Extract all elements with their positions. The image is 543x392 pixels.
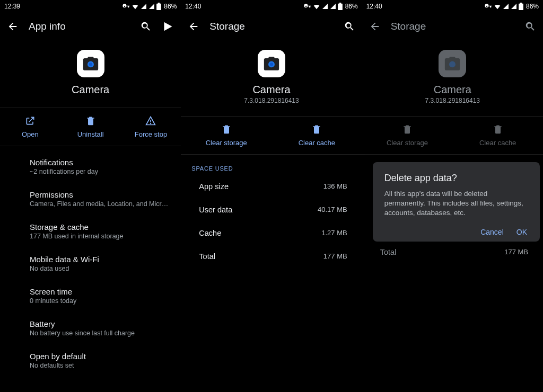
list-item-data-wifi[interactable]: Mobile data & Wi-Fi No data used	[0, 247, 181, 280]
battery-percent: 86%	[164, 3, 177, 10]
trash-icon	[221, 124, 232, 135]
trash-icon	[402, 124, 413, 135]
item-title: Mobile data & Wi-Fi	[30, 255, 170, 264]
clear-storage-button[interactable]: Clear storage	[181, 117, 272, 154]
battery-icon	[519, 3, 523, 10]
trash-icon	[311, 124, 322, 135]
panel-app-info: 12:39 86% App info Camera Open	[0, 0, 181, 392]
row-cache: Cache 1.27 MB	[181, 221, 362, 245]
app-header: Camera 7.3.018.291816413	[362, 40, 543, 113]
cancel-button[interactable]: Cancel	[480, 228, 504, 236]
back-icon[interactable]	[6, 20, 19, 33]
trash-icon	[85, 115, 96, 126]
open-icon	[25, 115, 36, 126]
item-subtitle: Camera, Files and media, Location, and M…	[30, 200, 170, 208]
panel-storage: 12:40 86% Storage Camera 7.3.018.2918164…	[181, 0, 362, 392]
item-title: Notifications	[30, 158, 170, 167]
search-icon[interactable]	[343, 20, 356, 33]
back-icon[interactable]	[369, 20, 381, 33]
svg-point-3	[151, 123, 151, 124]
row-value: 1.27 MB	[321, 229, 347, 237]
dialog-title: Delete app data?	[384, 173, 530, 184]
signal-icon	[503, 3, 509, 10]
signal-icon-2	[330, 3, 336, 10]
item-title: Permissions	[30, 190, 170, 199]
list-item-battery[interactable]: Battery No battery use since last full c…	[0, 312, 181, 344]
clear-storage-button: Clear storage	[362, 117, 453, 154]
signal-icon	[322, 3, 328, 10]
status-bar: 12:40 86%	[362, 0, 543, 13]
app-name: Camera	[252, 84, 290, 96]
uninstall-button[interactable]: Uninstall	[60, 108, 121, 146]
app-bar: Storage	[362, 13, 543, 40]
play-store-icon[interactable]	[162, 20, 174, 33]
list-item-open-default[interactable]: Open by default No defaults set	[0, 344, 181, 377]
action-row: Clear storage Clear cache	[181, 116, 362, 155]
force-stop-button[interactable]: Force stop	[121, 108, 181, 146]
app-version: 7.3.018.291816413	[425, 97, 480, 104]
row-user-data: User data 40.17 MB	[181, 198, 362, 221]
row-total: Total 177 MB	[362, 240, 543, 264]
list-item-storage[interactable]: Storage & cache 177 MB used in internal …	[0, 215, 181, 247]
item-subtitle: 0 minutes today	[30, 297, 170, 305]
status-time: 12:40	[366, 3, 485, 10]
action-row: Clear storage Clear cache	[362, 116, 543, 155]
item-title: Storage & cache	[30, 222, 170, 231]
row-app-size: App size 136 MB	[181, 175, 362, 198]
page-title: App info	[29, 21, 130, 32]
row-key: User data	[199, 206, 232, 214]
status-icons: 86%	[304, 3, 358, 10]
action-row: Open Uninstall Force stop	[0, 108, 181, 146]
back-icon[interactable]	[187, 20, 200, 33]
svg-point-6	[449, 61, 456, 67]
item-subtitle: 177 MB used in internal storage	[30, 233, 170, 240]
open-label: Open	[22, 130, 39, 138]
list-item-permissions[interactable]: Permissions Camera, Files and media, Loc…	[0, 183, 181, 215]
search-icon[interactable]	[139, 20, 152, 33]
app-name: Camera	[72, 84, 109, 96]
row-key: Total	[380, 248, 397, 256]
list-item-screen-time[interactable]: Screen time 0 minutes today	[0, 280, 181, 312]
page-title: Storage	[209, 21, 333, 32]
ok-button[interactable]: OK	[516, 228, 527, 236]
clear-storage-label: Clear storage	[206, 139, 247, 147]
clear-cache-label: Clear cache	[299, 139, 335, 147]
page-title: Storage	[391, 21, 514, 32]
app-header: Camera 7.3.018.291816413	[181, 40, 362, 113]
uninstall-label: Uninstall	[77, 130, 104, 138]
status-time: 12:39	[4, 3, 122, 10]
row-value: 136 MB	[323, 182, 347, 191]
warning-icon	[145, 115, 156, 126]
list-item-notifications[interactable]: Notifications ~2 notifications per day	[0, 150, 181, 183]
settings-list: Notifications ~2 notifications per day P…	[0, 146, 181, 381]
force-stop-label: Force stop	[135, 130, 167, 138]
trash-icon	[493, 124, 503, 135]
app-header: Camera	[0, 40, 181, 104]
clear-cache-button: Clear cache	[452, 117, 543, 154]
vpn-key-icon	[122, 3, 130, 10]
vpn-key-icon	[304, 3, 311, 10]
row-key: App size	[199, 182, 229, 191]
dialog-body: All this app's data will be deleted perm…	[384, 189, 530, 218]
row-value: 177 MB	[323, 252, 347, 261]
panel-storage-dialog: 12:40 86% Storage Camera 7.3.018.2918164…	[362, 0, 543, 392]
item-subtitle: No battery use since last full charge	[30, 329, 170, 337]
app-name: Camera	[434, 84, 471, 96]
row-value: 40.17 MB	[318, 206, 347, 214]
app-icon	[77, 50, 104, 77]
clear-storage-label: Clear storage	[387, 139, 428, 147]
status-bar: 12:39 86%	[0, 0, 181, 13]
open-button[interactable]: Open	[0, 108, 60, 146]
battery-icon	[156, 3, 161, 10]
clear-cache-button[interactable]: Clear cache	[272, 117, 362, 154]
row-value: 177 MB	[504, 248, 528, 256]
app-icon	[439, 50, 466, 77]
section-label: Space used	[181, 155, 362, 175]
search-icon[interactable]	[524, 20, 537, 33]
vpn-key-icon	[485, 3, 492, 10]
svg-point-5	[270, 63, 273, 66]
signal-icon-2	[148, 3, 155, 10]
app-bar: Storage	[181, 13, 362, 40]
wifi-icon	[494, 3, 501, 10]
battery-percent: 86%	[526, 3, 539, 10]
